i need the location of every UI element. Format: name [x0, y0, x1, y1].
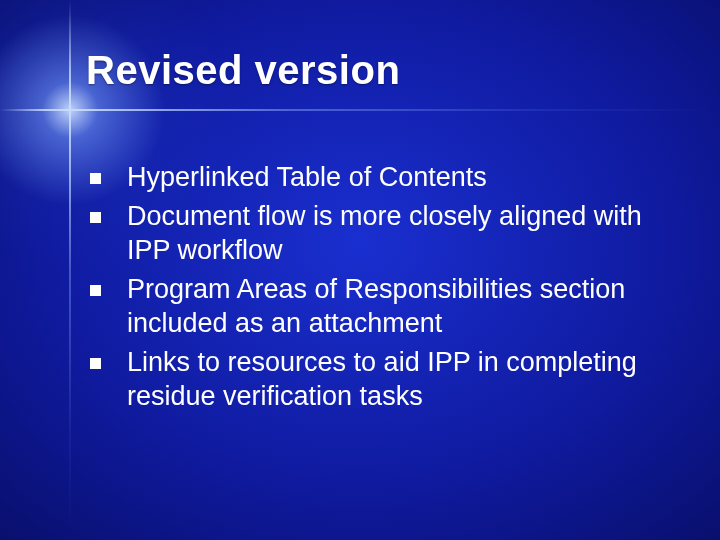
bullet-text: Program Areas of Responsibilities sectio… — [127, 272, 670, 341]
bullet-icon — [90, 212, 101, 223]
list-item: Program Areas of Responsibilities sectio… — [90, 272, 670, 341]
bullet-text: Hyperlinked Table of Contents — [127, 160, 670, 195]
bullet-icon — [90, 358, 101, 369]
list-item: Links to resources to aid IPP in complet… — [90, 345, 670, 414]
list-item: Hyperlinked Table of Contents — [90, 160, 670, 195]
slide-body: Hyperlinked Table of Contents Document f… — [90, 160, 670, 418]
bullet-text: Document flow is more closely aligned wi… — [127, 199, 670, 268]
flare-vertical — [69, 0, 71, 540]
list-item: Document flow is more closely aligned wi… — [90, 199, 670, 268]
bullet-text: Links to resources to aid IPP in complet… — [127, 345, 670, 414]
bullet-icon — [90, 173, 101, 184]
slide-title: Revised version — [86, 48, 400, 93]
bullet-icon — [90, 285, 101, 296]
flare-horizontal — [0, 109, 720, 111]
slide: Revised version Hyperlinked Table of Con… — [0, 0, 720, 540]
